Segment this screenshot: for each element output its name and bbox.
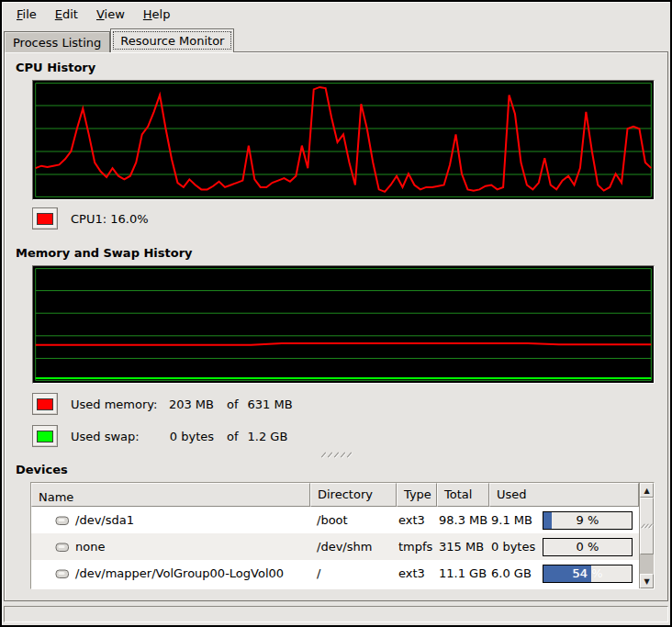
devices-table-header: Name Directory Type Total Used — [31, 483, 639, 507]
vertical-scrollbar[interactable]: ▲ ▼ — [639, 483, 654, 588]
devices-table: Name Directory Type Total Used /dev/sda1… — [30, 482, 655, 589]
menu-file[interactable]: File — [7, 4, 46, 25]
device-total: 98.3 MB — [437, 513, 489, 527]
column-header-directory[interactable]: Directory — [310, 483, 397, 507]
system-monitor-window: File Edit View Help Process Listing Reso… — [0, 0, 672, 627]
device-name: /dev/mapper/VolGroup00-LogVol00 — [75, 566, 284, 580]
used-swap-of: of — [227, 430, 239, 443]
cpu-history-title: CPU History — [16, 61, 667, 74]
used-memory-label: Used memory: — [71, 397, 159, 411]
column-header-name[interactable]: Name — [31, 483, 310, 507]
column-header-used[interactable]: Used — [489, 483, 639, 507]
device-used: 9.1 MB — [489, 513, 543, 527]
used-swap-label: Used swap: — [71, 430, 159, 443]
usage-progressbar: 54 % — [543, 565, 633, 583]
scrollbar-track[interactable] — [640, 554, 654, 574]
cpu-legend: CPU1: 16.0% — [32, 207, 667, 230]
cpu-color-fill — [37, 213, 53, 225]
swap-color-fill — [37, 431, 53, 442]
device-name: none — [75, 540, 105, 554]
usage-progressbar: 9 % — [543, 511, 633, 530]
menu-edit[interactable]: Edit — [46, 4, 87, 25]
cpu-legend-label: CPU1: 16.0% — [71, 212, 149, 226]
column-header-type[interactable]: Type — [397, 483, 437, 507]
table-row-dev-sda1[interactable]: /dev/sda1 /boot ext3 98.3 MB 9.1 MB 9 % — [31, 507, 639, 533]
drive-icon — [55, 541, 70, 554]
tab-resource-monitor[interactable]: Resource Monitor — [110, 28, 234, 52]
device-total: 11.1 GB — [437, 566, 489, 580]
device-type: tmpfs — [397, 540, 437, 554]
tab-bar: Process Listing Resource Monitor — [2, 27, 670, 51]
scroll-up-icon[interactable]: ▲ — [640, 483, 654, 498]
menubar: File Edit View Help — [2, 2, 670, 27]
device-used: 6.0 GB — [489, 566, 543, 580]
usage-percent-label: 9 % — [543, 512, 632, 529]
device-directory: /boot — [310, 513, 397, 527]
swap-color-swatch[interactable] — [32, 425, 58, 447]
menu-view[interactable]: View — [87, 4, 134, 25]
used-swap-total: 1.2 GB — [248, 430, 288, 443]
device-type: ext3 — [397, 513, 437, 527]
used-memory-total: 631 MB — [248, 397, 293, 411]
memory-color-swatch[interactable] — [32, 393, 58, 415]
statusbar — [4, 606, 668, 622]
table-row-none[interactable]: none /dev/shm tmpfs 315 MB 0 bytes 0 % — [31, 533, 639, 560]
menu-help[interactable]: Help — [134, 4, 180, 25]
memory-swap-chart — [32, 265, 655, 384]
pane-resize-grip[interactable] — [5, 450, 667, 459]
usage-percent-label: 54 % — [543, 565, 632, 582]
usage-progressbar: 0 % — [543, 538, 633, 556]
used-swap-value: 0 bytes — [159, 430, 214, 443]
device-type: ext3 — [397, 566, 437, 580]
scrollbar-thumb[interactable] — [640, 498, 654, 554]
used-memory-legend: Used memory: 203 MB of 631 MB — [32, 393, 667, 415]
column-header-total[interactable]: Total — [437, 483, 489, 507]
memory-history-title: Memory and Swap History — [16, 246, 667, 260]
used-memory-of: of — [227, 397, 239, 411]
cpu-history-chart — [32, 80, 655, 200]
used-swap-legend: Used swap: 0 bytes of 1.2 GB — [32, 425, 667, 447]
cpu-color-swatch[interactable] — [32, 207, 58, 230]
device-name: /dev/sda1 — [75, 513, 134, 527]
drive-icon — [55, 514, 70, 527]
device-directory: / — [310, 566, 397, 580]
usage-percent-label: 0 % — [543, 539, 632, 555]
devices-title: Devices — [16, 463, 667, 476]
table-row-mapper-volgroup[interactable]: /dev/mapper/VolGroup00-LogVol00 / ext3 1… — [31, 560, 639, 587]
tab-process-listing[interactable]: Process Listing — [4, 31, 110, 52]
resource-monitor-panel: CPU History CPU1: 16.0% Memory and Swap … — [4, 51, 668, 601]
drive-icon — [55, 567, 70, 580]
memory-color-fill — [37, 398, 53, 410]
device-directory: /dev/shm — [310, 540, 397, 554]
memory-legends: Used memory: 203 MB of 631 MB Used swap:… — [5, 393, 667, 447]
device-used: 0 bytes — [489, 540, 543, 554]
scroll-down-icon[interactable]: ▼ — [640, 574, 654, 588]
used-memory-value: 203 MB — [159, 397, 214, 411]
device-total: 315 MB — [437, 540, 489, 554]
